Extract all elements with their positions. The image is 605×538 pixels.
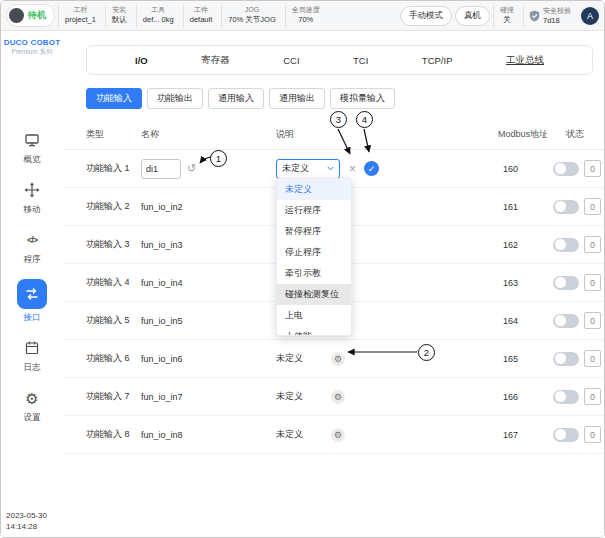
- gear-icon[interactable]: ⚙: [331, 428, 345, 442]
- install-selector[interactable]: 安装 默认: [105, 5, 133, 27]
- cancel-icon[interactable]: ×: [349, 162, 356, 176]
- dropdown-item[interactable]: 上使能: [277, 326, 351, 336]
- state-toggle[interactable]: [553, 200, 579, 214]
- gear-icon[interactable]: ⚙: [331, 390, 345, 404]
- modbus-address: 165: [503, 340, 518, 377]
- state-value: 0: [584, 350, 601, 367]
- tool-label: 工具: [151, 6, 165, 15]
- subtab-general-output[interactable]: 通用输出: [269, 88, 325, 109]
- table-row: 功能输入 6 fun_io_in6 未定义 ⚙ 165 0: [63, 340, 604, 378]
- sidebar-item-label: 设置: [24, 412, 41, 424]
- modbus-address: 164: [503, 302, 518, 339]
- state-toggle[interactable]: [553, 428, 579, 442]
- logo-title: DUCO COBOT: [1, 38, 63, 47]
- install-label: 安装: [112, 6, 126, 15]
- col-name: 名称: [141, 119, 159, 149]
- sidebar-nav: 概览 移动 </> 程序: [1, 129, 63, 424]
- state-toggle[interactable]: [553, 352, 579, 366]
- workpiece-value: default: [190, 15, 213, 24]
- collision-value: 关: [503, 15, 511, 24]
- tool-selector[interactable]: 工具 def... 0kg: [136, 5, 180, 27]
- io-desc: 未定义: [276, 390, 303, 403]
- sidebar-item-label: 程序: [24, 254, 41, 266]
- time-text: 14:14:28: [6, 522, 47, 532]
- state-toggle[interactable]: [553, 390, 579, 404]
- io-name: fun_io_in7: [141, 378, 183, 415]
- gear-icon[interactable]: ⚙: [331, 352, 345, 366]
- move-icon: [21, 179, 43, 201]
- tab-cci[interactable]: CCI: [283, 55, 299, 66]
- safety-check[interactable]: 安全校验 7d18: [523, 5, 576, 27]
- sidebar-item-label: 移动: [24, 204, 41, 216]
- swap-arrows-icon: [17, 279, 47, 309]
- collision-label: 碰撞: [500, 6, 514, 15]
- annotation-circle-1: 1: [210, 150, 227, 167]
- collision-toggle[interactable]: 碰撞 关: [493, 5, 520, 27]
- dropdown-item[interactable]: 暂停程序: [277, 221, 351, 242]
- desc-dropdown-menu: 未定义 运行程序 暂停程序 停止程序 牵引示教 碰撞检测复位 上电 上使能: [276, 178, 352, 336]
- undo-icon[interactable]: ↺: [187, 162, 196, 175]
- dropdown-item[interactable]: 牵引示教: [277, 263, 351, 284]
- desc-select[interactable]: 未定义: [276, 159, 340, 179]
- state-toggle[interactable]: [553, 162, 579, 176]
- tab-register[interactable]: 寄存器: [201, 54, 230, 67]
- logo-subtitle: Premium 系列: [1, 48, 63, 57]
- state-value: 0: [584, 312, 601, 329]
- io-type: 功能输入 8: [86, 416, 130, 453]
- dropdown-item[interactable]: 上电: [277, 305, 351, 326]
- sidebar-item-settings[interactable]: ⚙ 设置: [4, 387, 60, 424]
- safety-label: 安全校验: [543, 6, 571, 16]
- io-type: 功能输入 4: [86, 264, 130, 301]
- calendar-icon: [21, 337, 43, 359]
- state-toggle[interactable]: [553, 314, 579, 328]
- state-value: 0: [584, 236, 601, 253]
- state-toggle[interactable]: [553, 276, 579, 290]
- tab-fieldbus[interactable]: 工业总线: [506, 54, 544, 67]
- io-desc: 未定义: [276, 352, 303, 365]
- io-name: fun_io_in5: [141, 302, 183, 339]
- global-speed-selector[interactable]: 全局速度 70%: [285, 5, 326, 27]
- global-speed-label: 全局速度: [292, 6, 320, 15]
- name-input[interactable]: [141, 159, 181, 179]
- sidebar-item-label: 日志: [24, 362, 41, 374]
- workpiece-selector[interactable]: 工件 default: [183, 5, 219, 27]
- state-value: 0: [584, 274, 601, 291]
- state-toggle[interactable]: [553, 238, 579, 252]
- dropdown-item[interactable]: 运行程序: [277, 200, 351, 221]
- modbus-address: 163: [503, 264, 518, 301]
- avatar[interactable]: A: [581, 7, 599, 25]
- jog-value: 70% 关节JOG: [228, 15, 276, 24]
- tab-tcpip[interactable]: TCP/IP: [422, 55, 453, 66]
- real-machine-button[interactable]: 真机: [455, 6, 490, 26]
- sidebar-item-move[interactable]: 移动: [4, 179, 60, 216]
- io-type: 功能输入 3: [86, 226, 130, 263]
- subtab-general-input[interactable]: 通用输入: [208, 88, 264, 109]
- project-selector[interactable]: 工程 project_1: [58, 5, 102, 27]
- sidebar-item-interface[interactable]: 接口: [4, 279, 60, 324]
- col-state: 状态: [566, 119, 584, 149]
- io-name: fun_io_in6: [141, 340, 183, 377]
- tab-io[interactable]: I/O: [135, 55, 148, 66]
- sidebar-item-log[interactable]: 日志: [4, 337, 60, 374]
- jog-selector[interactable]: JOG 70% 关节JOG: [221, 5, 282, 27]
- dropdown-item[interactable]: 未定义: [277, 179, 351, 200]
- io-type: 功能输入 2: [86, 188, 130, 225]
- io-desc: 未定义: [276, 428, 303, 441]
- sidebar-item-label: 接口: [24, 312, 41, 324]
- subtab-function-output[interactable]: 功能输出: [147, 88, 203, 109]
- sidebar-item-overview[interactable]: 概览: [4, 129, 60, 166]
- project-value: project_1: [65, 15, 96, 24]
- io-type: 功能输入 5: [86, 302, 130, 339]
- dropdown-item[interactable]: 停止程序: [277, 242, 351, 263]
- sidebar-item-label: 概览: [24, 154, 41, 166]
- dropdown-item[interactable]: 碰撞检测复位: [277, 284, 351, 305]
- tab-tci[interactable]: TCI: [353, 55, 368, 66]
- manual-mode-button[interactable]: 手动模式: [400, 6, 452, 26]
- col-desc: 说明: [276, 119, 294, 149]
- sidebar-item-program[interactable]: </> 程序: [4, 229, 60, 266]
- robot-status-toggle[interactable]: 待机: [6, 4, 55, 27]
- confirm-icon[interactable]: ✓: [364, 161, 379, 176]
- io-name: fun_io_in8: [141, 416, 183, 453]
- subtab-analog-input[interactable]: 模拟量输入: [330, 88, 395, 109]
- subtab-function-input[interactable]: 功能输入: [86, 88, 142, 109]
